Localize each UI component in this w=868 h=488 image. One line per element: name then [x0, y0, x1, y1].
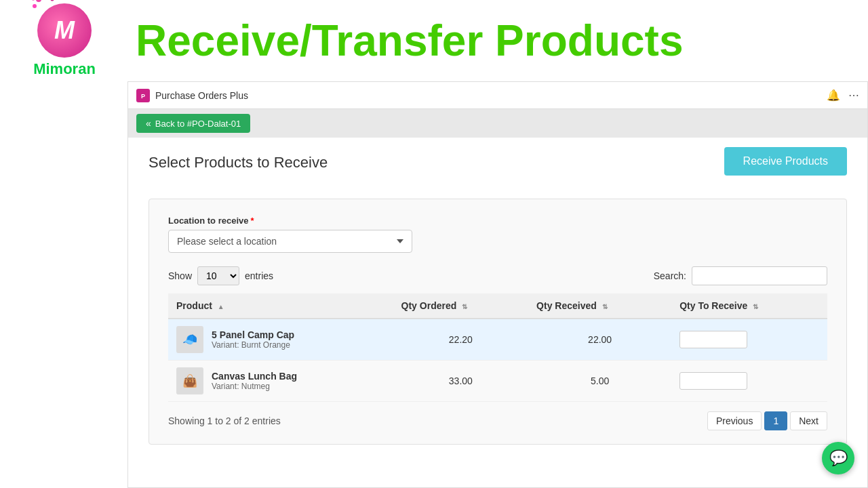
chat-button[interactable]: 💬 [822, 442, 854, 474]
page-title-main: Receive/Transfer Products [136, 19, 683, 62]
table-row: 👜 Canvas Lunch Bag Variant: Nutmeg 33.00… [168, 361, 827, 402]
next-button[interactable]: Next [790, 411, 827, 430]
location-label: Location to receive* [168, 216, 827, 226]
product-name-0: 5 Panel Camp Cap [212, 329, 294, 340]
svg-point-0 [36, 0, 41, 2]
product-thumbnail-1: 👜 [176, 367, 203, 394]
product-cell-1: 👜 Canvas Lunch Bag Variant: Nutmeg [168, 361, 393, 402]
col-qty-to-receive[interactable]: Qty To Receive ⇅ [671, 293, 827, 319]
qty-received-cell-1: 5.00 [528, 361, 671, 402]
show-entries-control: Show 10 25 50 100 entries [168, 266, 273, 285]
qty-received-cell-0: 22.00 [528, 319, 671, 361]
search-label: Search: [654, 270, 686, 281]
table-controls: Show 10 25 50 100 entries Search: [168, 266, 827, 285]
main-content: Select Products to Receive Receive Produ… [128, 138, 867, 461]
logo-dots-icon [31, 0, 64, 28]
receive-products-button[interactable]: Receive Products [724, 147, 847, 176]
qty-ordered-cell-1: 33.00 [393, 361, 529, 402]
showing-text: Showing 1 to 2 of 2 entries [168, 415, 281, 426]
show-label: Show [168, 270, 192, 281]
col-qty-received[interactable]: Qty Received ⇅ [528, 293, 671, 319]
qty-to-receive-cell-0 [671, 319, 827, 361]
svg-text:P: P [141, 93, 145, 100]
qty-to-receive-sort-icon: ⇅ [753, 303, 758, 310]
product-thumbnail-0: 🧢 [176, 326, 203, 353]
product-cell-0: 🧢 5 Panel Camp Cap Variant: Burnt Orange [168, 319, 393, 361]
chat-icon: 💬 [829, 449, 848, 467]
product-sort-icon: ▲ [218, 303, 224, 310]
logo-text: Mimoran [33, 60, 96, 78]
required-star: * [250, 216, 254, 226]
table-body: 🧢 5 Panel Camp Cap Variant: Burnt Orange… [168, 319, 827, 402]
topbar-left: P Purchase Orders Plus [136, 89, 248, 102]
product-info-0: 5 Panel Camp Cap Variant: Burnt Orange [212, 329, 294, 350]
pagination-area: Showing 1 to 2 of 2 entries Previous 1 N… [168, 411, 827, 430]
app-icon: P [136, 89, 150, 102]
back-button[interactable]: Back to #PO-Dalat-01 [136, 114, 250, 133]
col-qty-ordered[interactable]: Qty Ordered ⇅ [393, 293, 529, 319]
products-table: Product ▲ Qty Ordered ⇅ Qty Received ⇅ [168, 293, 827, 402]
qty-received-sort-icon: ⇅ [602, 303, 608, 310]
col-product[interactable]: Product ▲ [168, 293, 393, 319]
product-info-1: Canvas Lunch Bag Variant: Nutmeg [212, 371, 297, 391]
qty-ordered-cell-0: 22.20 [393, 319, 529, 361]
entries-per-page-select[interactable]: 10 25 50 100 [197, 266, 239, 285]
search-input[interactable] [692, 266, 827, 285]
pagination-controls: Previous 1 Next [707, 411, 827, 430]
header-area: M Mimoran Receive/Transfer Products [0, 0, 868, 81]
table-header-row: Product ▲ Qty Ordered ⇅ Qty Received ⇅ [168, 293, 827, 319]
previous-button[interactable]: Previous [707, 411, 762, 430]
qty-to-receive-input-1[interactable] [679, 372, 747, 390]
location-form-group: Location to receive* Please select a loc… [168, 216, 827, 253]
product-name-1: Canvas Lunch Bag [212, 371, 297, 382]
svg-point-5 [32, 0, 35, 1]
nav-bar: Back to #PO-Dalat-01 [128, 109, 867, 138]
app-name: Purchase Orders Plus [155, 90, 248, 101]
card-container: Location to receive* Please select a loc… [149, 199, 847, 445]
qty-to-receive-cell-1 [671, 361, 827, 402]
section-title: Select Products to Receive [149, 154, 328, 171]
more-options-icon[interactable]: ⋯ [848, 89, 859, 102]
product-variant-0: Variant: Burnt Orange [212, 340, 294, 350]
bell-icon[interactable]: 🔔 [827, 89, 840, 102]
app-topbar: P Purchase Orders Plus 🔔 ⋯ [128, 82, 867, 109]
app-container: P Purchase Orders Plus 🔔 ⋯ Back to #PO-D… [127, 81, 868, 488]
product-variant-1: Variant: Nutmeg [212, 382, 297, 391]
topbar-right: 🔔 ⋯ [827, 89, 859, 102]
logo-wrapper: M [37, 3, 92, 58]
qty-to-receive-input-0[interactable] [679, 331, 747, 348]
location-select[interactable]: Please select a location [168, 230, 412, 253]
page-1-button[interactable]: 1 [764, 411, 787, 430]
qty-ordered-sort-icon: ⇅ [462, 303, 467, 310]
svg-point-2 [33, 4, 37, 8]
table-row: 🧢 5 Panel Camp Cap Variant: Burnt Orange… [168, 319, 827, 361]
search-box: Search: [654, 266, 827, 285]
svg-point-3 [51, 0, 54, 1]
logo-container: M Mimoran [14, 3, 115, 78]
entries-label: entries [245, 270, 273, 281]
